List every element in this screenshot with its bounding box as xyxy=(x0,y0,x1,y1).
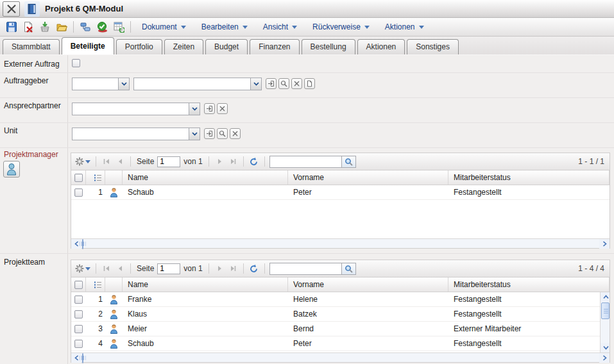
row-checkbox[interactable] xyxy=(74,310,83,318)
column-header-mitarbeiterstatus[interactable]: Mitarbeiterstatus xyxy=(448,170,610,185)
table-row[interactable]: 2 Klaus Batzek Festangestellt xyxy=(71,307,600,322)
last-page-button[interactable] xyxy=(227,263,239,274)
icon-column-header[interactable] xyxy=(105,170,123,185)
grid-search-button[interactable] xyxy=(341,263,356,275)
search-lookup-button[interactable] xyxy=(217,128,228,139)
table-refresh-button[interactable] xyxy=(110,19,127,35)
row-number-column-header[interactable] xyxy=(86,170,105,185)
icon-column-header[interactable] xyxy=(105,277,123,292)
last-page-button[interactable] xyxy=(227,156,239,167)
row-checkbox[interactable] xyxy=(74,188,83,197)
first-page-button[interactable] xyxy=(101,263,112,274)
first-page-button[interactable] xyxy=(101,156,112,167)
tab-bar: Stammblatt Beteiligte Portfolio Zeiten B… xyxy=(0,37,614,55)
goto-record-button[interactable] xyxy=(266,78,277,89)
grid-search-button[interactable] xyxy=(341,156,356,168)
auftraggeber-combobox[interactable] xyxy=(133,78,262,90)
tab-portfolio[interactable]: Portfolio xyxy=(116,39,162,54)
tab-stammblatt[interactable]: Stammblatt xyxy=(3,39,60,54)
column-header-mitarbeiterstatus[interactable]: Mitarbeiterstatus xyxy=(448,277,610,292)
grid-settings-button[interactable] xyxy=(74,156,91,167)
scroll-down-icon[interactable] xyxy=(601,343,610,352)
row-divider xyxy=(0,122,614,123)
cell-status: Festangestellt xyxy=(448,295,600,304)
grid-search-input[interactable] xyxy=(269,156,341,168)
grid-search-input[interactable] xyxy=(269,263,341,275)
select-all-checkbox-cell[interactable] xyxy=(71,277,86,292)
projektmanager-grid-header: Name Vorname Mitarbeiterstatus xyxy=(71,170,610,185)
prev-page-button[interactable] xyxy=(114,156,126,167)
table-row[interactable]: 4 Schaub Peter Festangestellt xyxy=(71,336,600,351)
tab-zeiten[interactable]: Zeiten xyxy=(164,39,203,54)
search-lookup-button[interactable] xyxy=(278,78,289,89)
menu-label: Aktionen xyxy=(385,22,415,31)
row-checkbox[interactable] xyxy=(74,295,83,304)
hierarchy-button[interactable] xyxy=(77,19,94,35)
grid-settings-button[interactable] xyxy=(74,263,91,274)
row-checkbox[interactable] xyxy=(74,340,83,348)
scroll-up-icon[interactable] xyxy=(601,292,610,302)
tab-finanzen[interactable]: Finanzen xyxy=(250,39,299,54)
ansprechpartner-combobox[interactable] xyxy=(72,103,200,115)
row-divider xyxy=(0,72,614,73)
tab-bestellung[interactable]: Bestellung xyxy=(302,39,355,54)
delete-document-button[interactable] xyxy=(20,19,37,35)
clear-button[interactable] xyxy=(217,103,228,114)
vertical-scrollbar[interactable] xyxy=(600,292,610,352)
column-header-name[interactable]: Name xyxy=(123,170,288,185)
tab-sonstiges[interactable]: Sonstiges xyxy=(407,39,459,54)
new-document-button[interactable] xyxy=(304,78,315,89)
menu-aktionen[interactable]: Aktionen xyxy=(377,19,432,35)
column-header-vorname[interactable]: Vorname xyxy=(288,170,448,185)
table-row[interactable]: 1 Franke Helene Festangestellt xyxy=(71,292,600,307)
chevron-down-icon[interactable] xyxy=(189,103,200,115)
scrollbar-thumb[interactable] xyxy=(82,239,83,249)
chevron-down-icon[interactable] xyxy=(118,78,129,90)
horizontal-scrollbar[interactable] xyxy=(71,238,610,248)
tab-budget[interactable]: Budget xyxy=(205,39,248,54)
auftraggeber-type-combobox[interactable] xyxy=(72,78,130,90)
menu-rueckverweise[interactable]: Rückverweise xyxy=(305,19,377,35)
open-folder-button[interactable] xyxy=(53,19,70,35)
menu-ansicht[interactable]: Ansicht xyxy=(255,19,305,35)
select-all-checkbox[interactable] xyxy=(74,281,83,289)
projektmanager-person-button[interactable] xyxy=(3,161,20,178)
refresh-button[interactable] xyxy=(248,263,260,274)
menu-bearbeiten[interactable]: Bearbeiten xyxy=(194,19,255,35)
column-header-name[interactable]: Name xyxy=(123,277,288,292)
column-header-vorname[interactable]: Vorname xyxy=(288,277,448,292)
unit-combobox[interactable] xyxy=(72,128,200,140)
row-number-column-header[interactable] xyxy=(86,277,105,292)
table-row[interactable]: 3 Meier Bernd Externer Mitarbeiter xyxy=(71,322,600,336)
close-button[interactable] xyxy=(3,1,20,17)
prev-page-button[interactable] xyxy=(114,263,126,274)
table-row[interactable]: 1 Schaub Peter Festangestellt xyxy=(71,185,610,200)
refresh-button[interactable] xyxy=(248,156,260,167)
scrollbar-thumb[interactable] xyxy=(601,302,610,319)
tab-beteiligte[interactable]: Beteiligte xyxy=(62,37,114,54)
scroll-right-icon[interactable] xyxy=(599,353,610,363)
select-all-checkbox-cell[interactable] xyxy=(71,170,86,185)
next-page-button[interactable] xyxy=(214,263,225,274)
page-input[interactable] xyxy=(157,263,180,274)
clear-button[interactable] xyxy=(230,128,241,139)
import-basket-button[interactable] xyxy=(37,19,53,35)
page-input[interactable] xyxy=(157,156,180,167)
externer-auftrag-checkbox[interactable] xyxy=(72,59,80,67)
menu-dokument[interactable]: Dokument xyxy=(134,19,194,35)
select-all-checkbox[interactable] xyxy=(74,174,83,182)
next-page-button[interactable] xyxy=(214,156,225,167)
scroll-right-icon[interactable] xyxy=(599,239,610,249)
validate-button[interactable] xyxy=(94,19,110,35)
toolbar-separator xyxy=(264,156,265,167)
tab-aktionen[interactable]: Aktionen xyxy=(357,39,405,54)
clear-button[interactable] xyxy=(291,78,302,89)
goto-record-button[interactable] xyxy=(204,128,215,139)
scrollbar-thumb[interactable] xyxy=(82,353,83,363)
save-button[interactable] xyxy=(3,19,20,35)
row-checkbox[interactable] xyxy=(74,325,83,333)
chevron-down-icon[interactable] xyxy=(250,78,261,90)
goto-record-button[interactable] xyxy=(204,103,215,114)
chevron-down-icon[interactable] xyxy=(189,128,200,140)
horizontal-scrollbar[interactable] xyxy=(71,352,610,362)
